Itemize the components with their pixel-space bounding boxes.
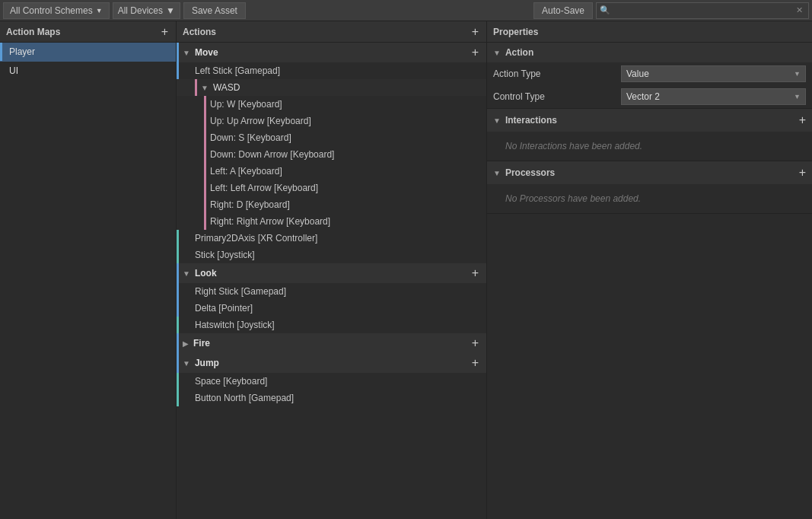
- down-s-color: [204, 129, 206, 146]
- sub-group-wasd-header[interactable]: ▼ WASD: [177, 79, 486, 96]
- sub-action-left-arrow[interactable]: Left: Left Arrow [Keyboard]: [177, 180, 486, 196]
- action-item-space[interactable]: Space [Keyboard]: [177, 373, 486, 390]
- button-north-color: [177, 390, 179, 406]
- close-icon[interactable]: ✕: [796, 5, 803, 15]
- wasd-left-bar: [195, 79, 197, 96]
- fire-left-bar: [177, 333, 179, 353]
- sub-action-right-d[interactable]: Right: D [Keyboard]: [177, 196, 486, 213]
- action-section-caret: ▼: [493, 49, 501, 57]
- control-schemes-button[interactable]: All Control Schemes ▼: [3, 2, 110, 19]
- delta-pointer-label: Delta [Pointer]: [195, 303, 253, 314]
- sub-action-down-arrow[interactable]: Down: Down Arrow [Keyboard]: [177, 146, 486, 163]
- action-item-primary2daxis[interactable]: Primary2DAxis [XR Controller]: [177, 230, 486, 247]
- jump-label: Jump: [195, 358, 470, 368]
- right-arrow-label: Right: Right Arrow [Keyboard]: [210, 216, 330, 227]
- action-section-header[interactable]: ▼ Action: [487, 43, 812, 62]
- right-d-color: [204, 196, 206, 213]
- actions-title: Actions: [183, 27, 216, 37]
- up-w-label: Up: W [Keyboard]: [210, 99, 282, 110]
- control-type-value: Vector 2: [626, 91, 660, 102]
- left-a-color: [204, 163, 206, 180]
- action-map-item-player[interactable]: Player: [0, 43, 176, 62]
- hatswitch-label: Hatswitch [Joystick]: [195, 320, 275, 330]
- sub-action-left-a[interactable]: Left: A [Keyboard]: [177, 163, 486, 180]
- stick-joystick-label: Stick [Joystick]: [195, 250, 255, 260]
- interactions-section: ▼ Interactions + No Interactions have be…: [487, 109, 812, 161]
- jump-left-bar: [177, 353, 179, 373]
- devices-label: All Devices: [118, 5, 163, 16]
- action-item-button-north[interactable]: Button North [Gamepad]: [177, 390, 486, 406]
- action-group-jump-header[interactable]: ▼ Jump +: [177, 353, 486, 373]
- interactions-section-header[interactable]: ▼ Interactions +: [487, 109, 812, 132]
- action-group-fire: ▶ Fire +: [177, 333, 486, 353]
- add-interaction-button[interactable]: +: [799, 113, 806, 127]
- interactions-empty: No Interactions have been added.: [493, 136, 806, 156]
- add-look-button[interactable]: +: [470, 267, 480, 279]
- top-bar: All Control Schemes ▼ All Devices ▼ Save…: [0, 0, 812, 21]
- sub-action-up-arrow[interactable]: Up: Up Arrow [Keyboard]: [177, 113, 486, 129]
- move-label: Move: [195, 47, 470, 58]
- primary2d-label: Primary2DAxis [XR Controller]: [195, 233, 317, 244]
- control-type-row: Control Type Vector 2 ▼: [487, 85, 812, 108]
- control-type-select[interactable]: Vector 2 ▼: [621, 88, 806, 105]
- action-group-look-header[interactable]: ▼ Look +: [177, 263, 486, 283]
- sub-action-down-s[interactable]: Down: S [Keyboard]: [177, 129, 486, 146]
- left-a-label: Left: A [Keyboard]: [210, 166, 282, 177]
- look-caret: ▼: [183, 269, 190, 278]
- add-fire-button[interactable]: +: [470, 337, 480, 349]
- action-group-move-header[interactable]: ▼ Move +: [177, 43, 486, 62]
- right-arrow-color: [204, 213, 206, 230]
- add-action-map-button[interactable]: +: [160, 26, 170, 38]
- interactions-content: No Interactions have been added.: [487, 132, 812, 161]
- down-s-label: Down: S [Keyboard]: [210, 132, 291, 143]
- add-move-button[interactable]: +: [470, 46, 480, 59]
- action-group-fire-header[interactable]: ▶ Fire +: [177, 333, 486, 353]
- actions-header: Actions +: [177, 21, 486, 43]
- add-processor-button[interactable]: +: [799, 166, 806, 180]
- devices-dropdown[interactable]: All Devices ▼: [113, 2, 180, 19]
- button-north-label: Button North [Gamepad]: [195, 393, 294, 403]
- action-item-stick-joystick[interactable]: Stick [Joystick]: [177, 247, 486, 263]
- look-left-bar: [177, 263, 179, 283]
- control-type-label: Control Type: [493, 91, 615, 102]
- processors-title: Processors: [505, 167, 799, 178]
- right-d-label: Right: D [Keyboard]: [210, 199, 290, 210]
- action-item-hatswitch[interactable]: Hatswitch [Joystick]: [177, 317, 486, 333]
- action-item-right-stick[interactable]: Right Stick [Gamepad]: [177, 283, 486, 300]
- up-arrow-label: Up: Up Arrow [Keyboard]: [210, 116, 311, 126]
- add-action-button[interactable]: +: [470, 26, 480, 38]
- action-type-select[interactable]: Value ▼: [621, 65, 806, 82]
- action-maps-title: Action Maps: [6, 27, 60, 37]
- processors-section-header[interactable]: ▼ Processors +: [487, 161, 812, 184]
- actions-panel: Actions + ▼ Move + Left Stick [Gamepad]: [177, 21, 487, 519]
- down-arrow-label: Down: Down Arrow [Keyboard]: [210, 149, 334, 160]
- search-input[interactable]: [613, 5, 796, 16]
- action-map-item-ui[interactable]: UI: [0, 62, 176, 81]
- action-group-look: ▼ Look + Right Stick [Gamepad] Delta [Po…: [177, 263, 486, 333]
- move-caret: ▼: [183, 49, 190, 57]
- action-type-value: Value: [626, 68, 649, 79]
- processors-section: ▼ Processors + No Processors have been a…: [487, 161, 812, 214]
- add-jump-button[interactable]: +: [470, 357, 480, 369]
- search-bar[interactable]: 🔍 ✕: [596, 2, 809, 19]
- action-map-list: Player UI: [0, 43, 176, 519]
- save-asset-button[interactable]: Save Asset: [183, 2, 246, 19]
- action-type-caret: ▼: [794, 70, 801, 78]
- jump-caret: ▼: [183, 359, 190, 368]
- control-schemes-caret: ▼: [96, 7, 103, 14]
- interactions-caret: ▼: [493, 116, 501, 125]
- devices-caret: ▼: [166, 5, 175, 16]
- action-section-title: Action: [505, 47, 806, 58]
- space-color: [177, 373, 179, 390]
- processors-content: No Processors have been added.: [487, 184, 812, 213]
- autosave-button[interactable]: Auto-Save: [533, 2, 593, 19]
- fire-label: Fire: [193, 338, 470, 349]
- left-stick-label: Left Stick [Gamepad]: [195, 65, 280, 76]
- action-maps-header: Action Maps +: [0, 21, 176, 43]
- processors-empty: No Processors have been added.: [493, 189, 806, 209]
- sub-action-right-arrow[interactable]: Right: Right Arrow [Keyboard]: [177, 213, 486, 230]
- sub-action-up-w[interactable]: Up: W [Keyboard]: [177, 96, 486, 113]
- action-item-delta-pointer[interactable]: Delta [Pointer]: [177, 300, 486, 317]
- left-stick-color: [177, 62, 179, 79]
- action-item-left-stick[interactable]: Left Stick [Gamepad]: [177, 62, 486, 79]
